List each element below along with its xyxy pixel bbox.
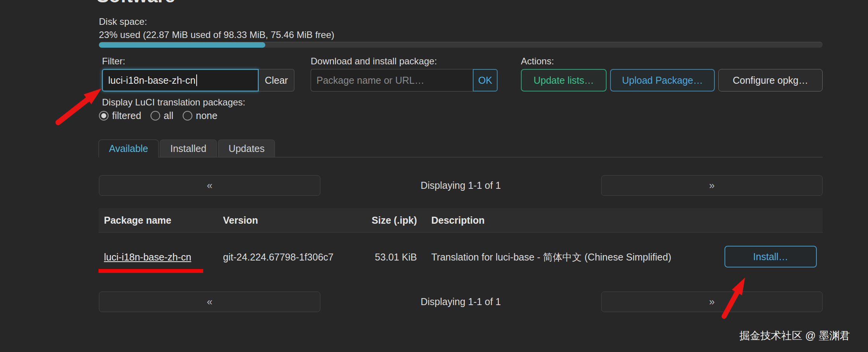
filter-input[interactable]: luci-i18n-base-zh-cn	[102, 69, 259, 91]
header-version: Version	[223, 208, 258, 233]
update-lists-button[interactable]: Update lists…	[521, 69, 607, 91]
red-underline-annotation	[99, 269, 203, 273]
header-size: Size (.ipk)	[331, 208, 417, 233]
package-tabs: Available Installed Updates	[99, 140, 823, 157]
radio-filtered-label: filtered	[112, 110, 141, 121]
header-description: Description	[431, 208, 485, 233]
radio-option-filtered[interactable]: filtered	[99, 110, 141, 121]
radio-all-icon[interactable]	[150, 111, 160, 121]
filter-input-value: luci-i18n-base-zh-cn	[108, 75, 195, 86]
software-page-content: Software Disk space: 23% used (22.87 MiB…	[99, 0, 823, 352]
page-title: Software	[97, 0, 175, 7]
tab-available[interactable]: Available	[99, 140, 159, 157]
configure-opkg-button[interactable]: Configure opkg…	[718, 69, 823, 91]
package-description: Translation for luci-base - 简体中文 (Chines…	[431, 233, 671, 281]
disk-usage-text: 23% used (22.87 MiB used of 98.33 MiB, 7…	[99, 29, 334, 40]
header-package-name: Package name	[104, 208, 171, 233]
watermark-text: 掘金技术社区 @ 墨渊君	[740, 329, 850, 343]
disk-space-label: Disk space:	[99, 16, 147, 27]
radio-filtered-icon[interactable]	[99, 111, 109, 121]
pagination-bottom: Displaying 1-1 of 1 « »	[99, 292, 823, 312]
table-row: luci-i18n-base-zh-cn git-24.224.67798-1f…	[99, 233, 823, 281]
package-version: git-24.224.67798-1f306c7	[223, 233, 334, 281]
radio-option-all[interactable]: all	[150, 110, 173, 121]
next-page-button[interactable]: »	[601, 175, 823, 196]
red-arrow-filter	[58, 88, 102, 123]
package-table-header: Package name Version Size (.ipk) Descrip…	[99, 208, 823, 233]
package-size: 53.01 KiB	[331, 233, 417, 281]
actions-label: Actions:	[521, 56, 554, 67]
translation-filter-radios: filtered all none	[99, 110, 218, 121]
tab-updates[interactable]: Updates	[218, 140, 275, 157]
tab-installed[interactable]: Installed	[160, 140, 217, 157]
radio-none-icon[interactable]	[183, 111, 192, 121]
translation-packages-label: Display LuCI translation packages:	[102, 97, 246, 108]
install-button[interactable]: Install…	[724, 246, 817, 267]
prev-page-button-bottom[interactable]: «	[99, 292, 320, 312]
radio-none-label: none	[196, 110, 218, 121]
package-url-input[interactable]	[311, 69, 473, 91]
download-group: OK	[311, 69, 498, 91]
radio-option-none[interactable]: none	[183, 110, 218, 121]
package-name-link[interactable]: luci-i18n-base-zh-cn	[104, 252, 191, 263]
pagination-top: Displaying 1-1 of 1 « »	[99, 175, 823, 196]
next-page-button-bottom[interactable]: »	[601, 292, 823, 312]
radio-all-label: all	[164, 110, 173, 121]
clear-button[interactable]: Clear	[259, 69, 294, 91]
filter-group: luci-i18n-base-zh-cn Clear	[102, 69, 294, 91]
text-caret	[196, 74, 197, 86]
upload-package-button[interactable]: Upload Package…	[610, 69, 715, 91]
filter-label: Filter:	[102, 56, 125, 67]
download-label: Download and install package:	[311, 56, 437, 67]
prev-page-button[interactable]: «	[99, 175, 320, 196]
disk-progress-fill	[99, 42, 265, 48]
ok-button[interactable]: OK	[473, 69, 498, 91]
disk-progress-bar	[99, 42, 823, 48]
actions-group: Update lists… Upload Package… Configure …	[521, 69, 823, 91]
